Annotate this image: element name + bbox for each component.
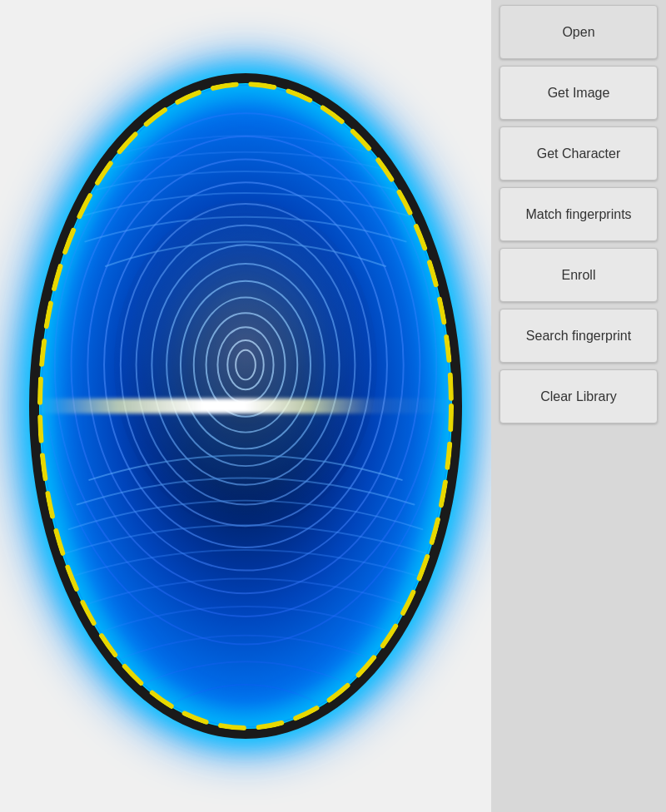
fingerprint-image-panel <box>0 0 491 812</box>
get-character-button[interactable]: Get Character <box>500 126 658 181</box>
get-image-button[interactable]: Get Image <box>500 66 658 120</box>
match-fingerprints-button[interactable]: Match fingerprints <box>500 187 658 241</box>
enroll-button[interactable]: Enroll <box>500 248 658 302</box>
button-panel: Open Get Image Get Character Match finge… <box>491 0 666 812</box>
search-fingerprint-button[interactable]: Search fingerprint <box>500 309 658 363</box>
fingerprint-oval <box>37 82 454 730</box>
open-button[interactable]: Open <box>500 5 658 59</box>
svg-point-16 <box>114 201 377 529</box>
fingerprint-container <box>21 48 470 764</box>
scan-line <box>37 399 454 413</box>
clear-library-button[interactable]: Clear Library <box>500 369 658 423</box>
